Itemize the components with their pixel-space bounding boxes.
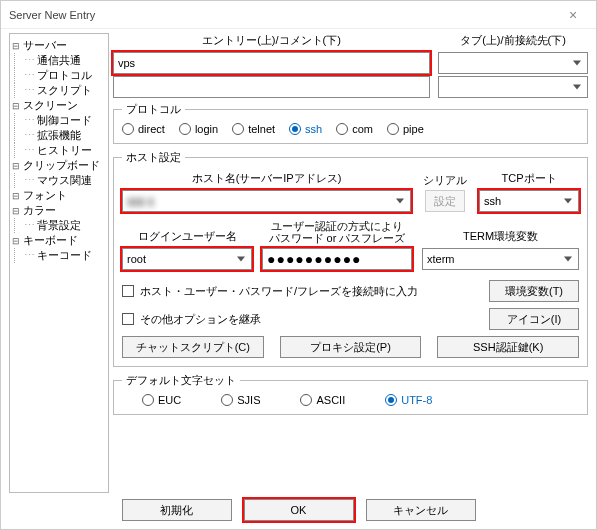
charset-group: デフォルト文字セット EUCSJISASCIIUTF-8 xyxy=(113,373,588,415)
hostname-label: ホスト名(サーバーIPアドレス) xyxy=(122,171,411,186)
login-input[interactable]: root xyxy=(122,248,252,270)
hostname-input[interactable]: ▮▮▮ ▮ xyxy=(122,190,411,212)
protocol-radio-pipe[interactable]: pipe xyxy=(387,123,424,135)
tree-color[interactable]: カラー xyxy=(12,203,106,218)
radio-icon xyxy=(300,394,312,406)
footer: 初期化 OK キャンセル xyxy=(1,495,596,529)
ssh-key-button[interactable]: SSH認証鍵(K) xyxy=(437,336,579,358)
tab-label: タブ(上)/前接続先(下) xyxy=(438,33,588,48)
protocol-radio-telnet[interactable]: telnet xyxy=(232,123,275,135)
proxy-button[interactable]: プロキシ設定(P) xyxy=(280,336,422,358)
close-icon[interactable]: × xyxy=(558,7,588,23)
remember-checkbox[interactable]: ホスト・ユーザー・パスワード/フレーズを接続時に入力 xyxy=(122,284,418,299)
entry-label: エントリー(上)/コメント(下) xyxy=(113,33,430,48)
tree-color-bg[interactable]: 背景設定 xyxy=(24,218,106,233)
login-label: ログインユーザー名 xyxy=(122,229,252,244)
entry-group: エントリー(上)/コメント(下) vps タブ(上)/前接続先(下) xyxy=(113,33,588,100)
chat-script-button[interactable]: チャットスクリプト(C) xyxy=(122,336,264,358)
host-legend: ホスト設定 xyxy=(122,150,185,165)
radio-icon xyxy=(289,123,301,135)
tree-server-protocol[interactable]: プロトコル xyxy=(24,68,106,83)
term-label: TERM環境変数 xyxy=(422,229,579,244)
tree-server-script[interactable]: スクリプト xyxy=(24,83,106,98)
radio-icon xyxy=(179,123,191,135)
protocol-legend: プロトコル xyxy=(122,102,185,117)
radio-icon xyxy=(387,123,399,135)
radio-icon xyxy=(336,123,348,135)
host-group: ホスト設定 ホスト名(サーバーIPアドレス) ▮▮▮ ▮ シリアル 設定 TCP… xyxy=(113,150,588,367)
icon-button[interactable]: アイコン(I) xyxy=(489,308,579,330)
auth-label: ユーザー認証の方式によりパスワード or パスフレーズ xyxy=(262,220,412,244)
charset-radio-utf-8[interactable]: UTF-8 xyxy=(385,394,432,406)
serial-label: シリアル xyxy=(423,173,467,188)
entry-name-input[interactable]: vps xyxy=(113,52,430,74)
tcpport-label: TCPポート xyxy=(479,171,579,186)
tree-server[interactable]: サーバー xyxy=(12,38,106,53)
tree-screen[interactable]: スクリーン xyxy=(12,98,106,113)
titlebar: Server New Entry × xyxy=(1,1,596,29)
charset-legend: デフォルト文字セット xyxy=(122,373,240,388)
tree-keyboard[interactable]: キーボード xyxy=(12,233,106,248)
main-panel: エントリー(上)/コメント(下) vps タブ(上)/前接続先(下) プロトコル… xyxy=(113,33,588,493)
term-combo[interactable]: xterm xyxy=(422,248,579,270)
tree-screen-history[interactable]: ヒストリー xyxy=(24,143,106,158)
protocol-radio-com[interactable]: com xyxy=(336,123,373,135)
tree-clipboard-mouse[interactable]: マウス関連 xyxy=(24,173,106,188)
nav-tree: サーバー 通信共通 プロトコル スクリプト スクリーン 制御コード 拡張機能 ヒ… xyxy=(9,33,109,493)
protocol-radio-ssh[interactable]: ssh xyxy=(289,123,322,135)
charset-radio-ascii[interactable]: ASCII xyxy=(300,394,345,406)
tree-server-comm[interactable]: 通信共通 xyxy=(24,53,106,68)
radio-icon xyxy=(232,123,244,135)
tree-screen-ctrl[interactable]: 制御コード xyxy=(24,113,106,128)
cancel-button[interactable]: キャンセル xyxy=(366,499,476,521)
tree-clipboard[interactable]: クリップボード xyxy=(12,158,106,173)
tab-combo[interactable] xyxy=(438,52,588,74)
protocol-group: プロトコル directlogintelnetsshcompipe xyxy=(113,102,588,144)
radio-icon xyxy=(385,394,397,406)
tree-keyboard-code[interactable]: キーコード xyxy=(24,248,106,263)
serial-button: 設定 xyxy=(425,190,465,212)
prev-combo[interactable] xyxy=(438,76,588,98)
tree-font[interactable]: フォント xyxy=(12,188,106,203)
radio-icon xyxy=(142,394,154,406)
protocol-radio-direct[interactable]: direct xyxy=(122,123,165,135)
entry-comment-input[interactable] xyxy=(113,76,430,98)
tcpport-combo[interactable]: ssh xyxy=(479,190,579,212)
ok-button[interactable]: OK xyxy=(244,499,354,521)
charset-radio-sjis[interactable]: SJIS xyxy=(221,394,260,406)
protocol-radio-login[interactable]: login xyxy=(179,123,218,135)
reset-button[interactable]: 初期化 xyxy=(122,499,232,521)
radio-icon xyxy=(221,394,233,406)
charset-radio-euc[interactable]: EUC xyxy=(142,394,181,406)
tree-screen-ext[interactable]: 拡張機能 xyxy=(24,128,106,143)
inherit-checkbox[interactable]: その他オプションを継承 xyxy=(122,312,261,327)
checkbox-icon xyxy=(122,313,134,325)
password-input[interactable]: ●●●●●●●●●● xyxy=(262,248,412,270)
window-title: Server New Entry xyxy=(9,9,558,21)
window: Server New Entry × サーバー 通信共通 プロトコル スクリプト… xyxy=(0,0,597,530)
env-button[interactable]: 環境変数(T) xyxy=(489,280,579,302)
radio-icon xyxy=(122,123,134,135)
checkbox-icon xyxy=(122,285,134,297)
